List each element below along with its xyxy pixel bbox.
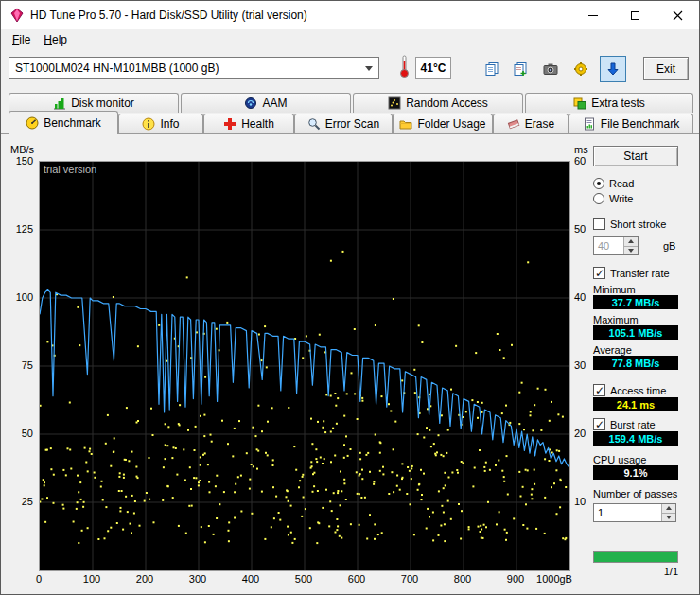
checkbox-icon xyxy=(593,218,605,230)
checkbox-icon xyxy=(593,267,605,279)
tab-label: Info xyxy=(160,117,179,131)
passes-value: 1 xyxy=(594,504,661,521)
exit-button[interactable]: Exit xyxy=(643,57,689,80)
app-logo-icon xyxy=(9,8,25,23)
y-left-tick: 100 xyxy=(5,291,33,303)
close-button[interactable] xyxy=(656,1,699,29)
benchmark-page: MB/s ms trial version 150125100755025 60… xyxy=(1,133,699,594)
chart-canvas xyxy=(40,162,569,570)
tab-label: Benchmark xyxy=(44,116,101,130)
y-left-tick: 75 xyxy=(5,359,33,371)
copy-icon xyxy=(484,61,499,77)
passes-label: Number of passes xyxy=(593,488,677,499)
x-tick: 500 xyxy=(285,573,323,585)
extra-tests-icon xyxy=(573,96,586,110)
copy-text-icon xyxy=(513,61,528,77)
tab-extra-tests[interactable]: Extra tests xyxy=(525,93,693,113)
write-label: Write xyxy=(609,193,633,204)
access-time-label: Access time xyxy=(610,385,666,396)
maximize-button[interactable] xyxy=(614,1,656,29)
menu-file[interactable]: File xyxy=(6,31,37,48)
tab-label: Error Scan xyxy=(325,117,379,131)
access-time-checkbox[interactable]: Access time xyxy=(593,384,666,396)
copy-text-button[interactable] xyxy=(507,56,534,82)
tab-health[interactable]: Health xyxy=(203,114,294,133)
short-stroke-value: 40 xyxy=(594,237,623,254)
write-radio[interactable]: Write xyxy=(593,193,633,204)
app-window: HD Tune Pro 5.70 - Hard Disk/SSD Utility… xyxy=(0,0,700,595)
start-button[interactable]: Start xyxy=(593,146,678,166)
maximum-label: Maximum xyxy=(593,314,639,325)
x-tick: 200 xyxy=(126,573,164,585)
benchmark-chart: trial version xyxy=(39,161,570,571)
up-arrow-icon xyxy=(628,239,634,243)
save-button[interactable] xyxy=(600,56,626,82)
drive-selector[interactable]: ST1000LM024 HN-M101MBB (1000 gB) xyxy=(9,57,379,79)
health-icon xyxy=(223,117,236,131)
aam-icon xyxy=(244,96,257,110)
maximum-value: 105.1 MB/s xyxy=(593,325,678,340)
save-icon xyxy=(605,61,621,77)
screenshot-icon xyxy=(543,61,558,77)
tab-label: File Benchmark xyxy=(601,117,679,131)
info-icon xyxy=(142,117,155,131)
copy-button[interactable] xyxy=(479,56,505,82)
burst-rate-label: Burst rate xyxy=(610,419,656,430)
trial-watermark: trial version xyxy=(44,164,96,175)
spinner-up-button[interactable] xyxy=(624,237,638,246)
spinner-down-button[interactable] xyxy=(662,513,675,522)
progress-count: 1/1 xyxy=(593,566,678,577)
transfer-rate-checkbox[interactable]: Transfer rate xyxy=(593,267,670,279)
save-text-button[interactable] xyxy=(568,56,594,82)
erase-icon xyxy=(507,117,520,131)
progress-bar-fill xyxy=(594,552,677,562)
screenshot-button[interactable] xyxy=(537,56,564,82)
spinner-buttons xyxy=(623,237,638,254)
tab-aam[interactable]: AAM xyxy=(181,93,351,113)
spinner-down-button[interactable] xyxy=(624,246,638,255)
random-access-icon xyxy=(388,96,401,110)
error-scan-icon xyxy=(307,117,321,131)
menu-help[interactable]: Help xyxy=(37,31,74,48)
window-title: HD Tune Pro 5.70 - Hard Disk/SSD Utility… xyxy=(30,9,571,22)
short-stroke-checkbox[interactable]: Short stroke xyxy=(593,218,666,230)
title-bar: HD Tune Pro 5.70 - Hard Disk/SSD Utility… xyxy=(1,1,699,29)
tab-random-access[interactable]: Random Access xyxy=(353,93,523,113)
tab-folder-usage[interactable]: Folder Usage xyxy=(393,114,493,133)
tab-error-scan[interactable]: Error Scan xyxy=(294,114,393,133)
radio-icon xyxy=(593,178,604,189)
tab-label: Random Access xyxy=(406,96,488,110)
x-tick: 0 xyxy=(20,573,58,585)
save-text-icon xyxy=(573,61,588,77)
tab-benchmark[interactable]: Benchmark xyxy=(9,111,118,134)
tab-erase[interactable]: Erase xyxy=(493,114,569,133)
short-stroke-label: Short stroke xyxy=(610,219,666,230)
x-tick: 600 xyxy=(338,573,376,585)
minimize-button[interactable] xyxy=(571,1,614,29)
down-arrow-icon xyxy=(666,516,672,519)
tab-label: Folder Usage xyxy=(417,117,485,131)
short-stroke-unit: gB xyxy=(663,240,675,252)
x-tick: 300 xyxy=(179,573,217,585)
spinner-up-button[interactable] xyxy=(662,504,675,513)
maximize-icon xyxy=(631,11,639,20)
up-arrow-icon xyxy=(666,506,672,510)
tab-label: AAM xyxy=(262,96,287,110)
tab-info[interactable]: Info xyxy=(118,114,203,133)
passes-spinner[interactable]: 1 xyxy=(593,503,676,522)
file-benchmark-icon xyxy=(583,117,596,131)
x-tick: 100 xyxy=(73,573,111,585)
x-tick: 700 xyxy=(391,573,429,585)
y-left-tick: 25 xyxy=(5,496,33,507)
checkbox-icon xyxy=(593,384,605,396)
tab-disk-monitor[interactable]: Disk monitor xyxy=(9,93,179,113)
radio-icon xyxy=(593,193,604,204)
short-stroke-spinner[interactable]: 40 xyxy=(593,236,639,255)
toolbar: ST1000LM024 HN-M101MBB (1000 gB) 41°C Ex… xyxy=(1,50,699,92)
close-icon xyxy=(673,10,683,21)
spinner-buttons xyxy=(661,504,675,521)
burst-rate-checkbox[interactable]: Burst rate xyxy=(593,418,656,430)
read-radio[interactable]: Read xyxy=(593,178,634,189)
down-arrow-icon xyxy=(628,249,634,253)
tab-file-benchmark[interactable]: File Benchmark xyxy=(569,114,693,133)
